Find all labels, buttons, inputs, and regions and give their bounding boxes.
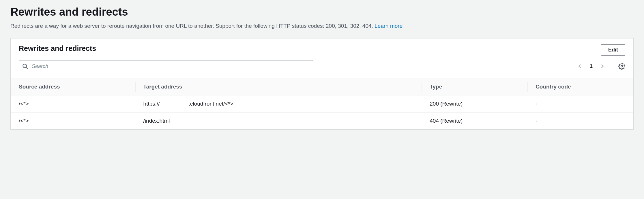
page-number: 1 <box>589 63 593 69</box>
cell-country: - <box>527 113 633 130</box>
col-country[interactable]: Country code <box>527 78 633 95</box>
pagination: 1 <box>577 62 625 71</box>
table-row: /<*> https:// .cloudfront.net/<*> 200 (R… <box>11 95 633 113</box>
target-prefix: https:// <box>143 101 160 107</box>
rewrites-table: Source address Target address Type Count… <box>11 78 633 129</box>
chevron-right-icon[interactable] <box>599 63 605 69</box>
cell-type: 200 (Rewrite) <box>422 95 527 113</box>
chevron-left-icon[interactable] <box>577 63 583 69</box>
search-input[interactable] <box>19 60 313 72</box>
cell-source: /<*> <box>11 95 135 113</box>
cell-target: /index.html <box>135 113 422 130</box>
svg-point-0 <box>23 64 27 68</box>
rewrites-panel: Rewrites and redirects Edit 1 <box>10 38 634 130</box>
table-header-row: Source address Target address Type Count… <box>11 78 633 95</box>
search-wrapper <box>19 60 313 72</box>
cell-source: /<*> <box>11 113 135 130</box>
table-row: /<*> /index.html 404 (Rewrite) - <box>11 113 633 130</box>
edit-button[interactable]: Edit <box>601 44 625 56</box>
svg-line-1 <box>26 67 28 69</box>
panel-toolbar: 1 <box>11 56 633 78</box>
panel-title: Rewrites and redirects <box>19 44 96 53</box>
col-type[interactable]: Type <box>422 78 527 95</box>
page-title: Rewrites and redirects <box>10 6 634 18</box>
col-source[interactable]: Source address <box>11 78 135 95</box>
panel-header: Rewrites and redirects Edit <box>11 38 633 56</box>
page-description: Redirects are a way for a web server to … <box>10 22 634 30</box>
cell-country: - <box>527 95 633 113</box>
page-description-text: Redirects are a way for a web server to … <box>10 23 375 29</box>
col-target[interactable]: Target address <box>135 78 422 95</box>
learn-more-link[interactable]: Learn more <box>375 23 402 29</box>
cell-target: https:// .cloudfront.net/<*> <box>135 95 422 113</box>
target-suffix: .cloudfront.net/<*> <box>189 101 233 107</box>
gear-icon[interactable] <box>618 63 625 70</box>
search-icon <box>22 63 28 69</box>
svg-point-2 <box>621 65 623 67</box>
target-prefix: /index.html <box>143 118 170 124</box>
pagination-divider <box>612 62 612 71</box>
cell-type: 404 (Rewrite) <box>422 113 527 130</box>
